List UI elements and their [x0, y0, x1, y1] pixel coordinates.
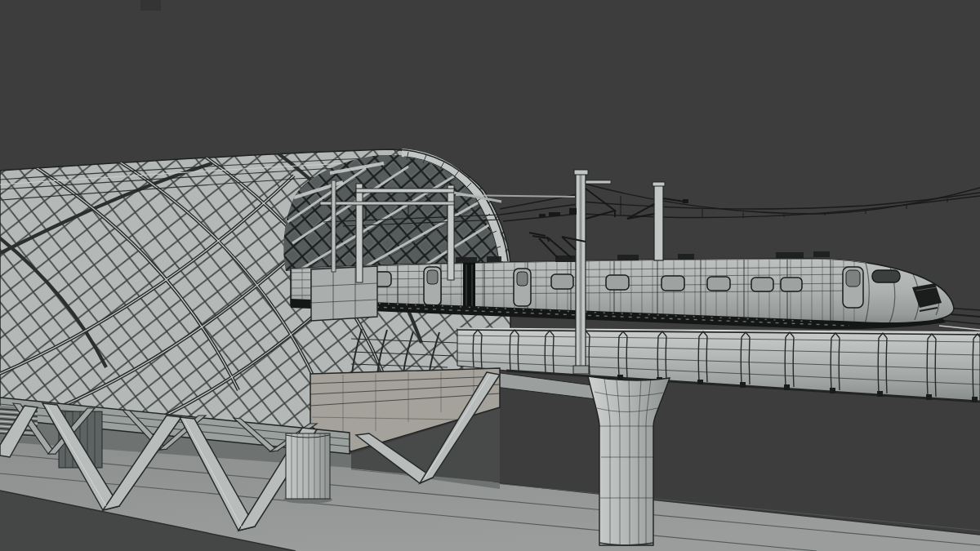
mast2-pole	[654, 185, 663, 260]
mast2-cap	[653, 182, 665, 186]
scene-canvas	[0, 0, 980, 551]
platform-screen-panel	[311, 266, 377, 321]
cab-side-window	[872, 270, 900, 282]
interior-mast	[332, 180, 336, 272]
mast1-base	[573, 366, 589, 374]
mast2-insulator	[683, 199, 688, 203]
portal-beam-mid	[320, 202, 454, 205]
viewport-3d[interactable]	[0, 0, 980, 551]
mast1-crossarm	[586, 180, 611, 184]
portal-post-right	[448, 185, 454, 280]
mast1-cap	[574, 170, 588, 175]
portal-beam-top	[356, 189, 454, 193]
column-front[interactable]	[283, 433, 332, 504]
car-gap	[463, 263, 475, 309]
distant-block	[140, 0, 161, 11]
portal-post-left	[356, 184, 363, 282]
